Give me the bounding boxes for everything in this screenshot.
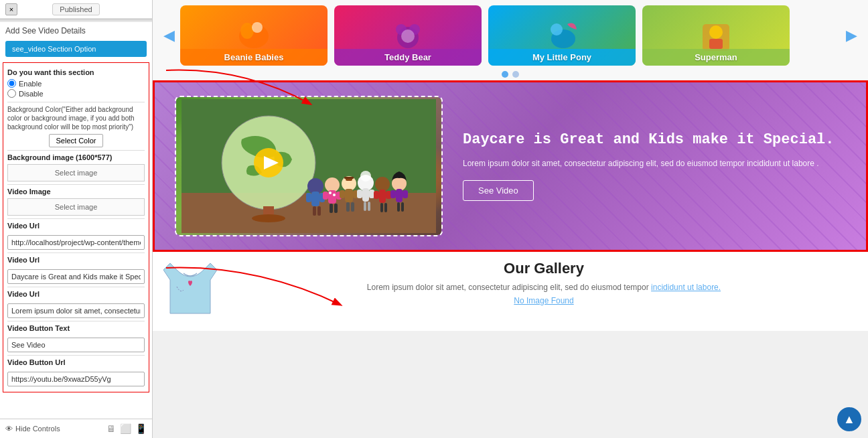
onesie-image bbox=[163, 260, 217, 323]
video-thumbnail bbox=[176, 97, 441, 235]
svg-point-29 bbox=[333, 194, 336, 196]
gallery-title: Our Gallery bbox=[230, 260, 857, 277]
footer-icons: 🖥 ⬜ 📱 bbox=[106, 423, 147, 434]
svg-rect-51 bbox=[374, 191, 379, 199]
svg-rect-50 bbox=[379, 190, 386, 203]
carousel-card-pony: My Little Pony bbox=[488, 5, 636, 66]
hide-controls-toggle[interactable]: 👁 Hide Controls bbox=[5, 425, 60, 433]
video-url-label: Video Url bbox=[7, 222, 145, 230]
main-wrapper: ◀ Beanie Babies bbox=[153, 0, 868, 438]
svg-rect-59 bbox=[397, 202, 400, 212]
video-image-select[interactable]: Select image bbox=[7, 198, 145, 216]
svg-rect-33 bbox=[334, 204, 338, 213]
svg-rect-22 bbox=[306, 193, 311, 202]
video-text: Daycare is Great and Kids make it Specia… bbox=[463, 131, 846, 200]
no-image-label: No Image Found bbox=[230, 296, 857, 305]
desktop-icon[interactable]: 🖥 bbox=[106, 423, 116, 434]
superman-label: Superman bbox=[642, 49, 790, 66]
svg-rect-57 bbox=[390, 190, 396, 198]
close-icon: × bbox=[9, 5, 13, 13]
svg-rect-36 bbox=[344, 177, 354, 179]
enable-disable-group: Enable Disable bbox=[7, 79, 145, 98]
svg-rect-44 bbox=[362, 188, 369, 202]
video-btn-text-label: Video Button Text bbox=[7, 324, 145, 332]
svg-rect-11 bbox=[709, 39, 723, 49]
carousel-card-beanie: Beanie Babies bbox=[180, 5, 328, 66]
scroll-top-button[interactable]: ▲ bbox=[837, 407, 861, 431]
carousel-section: ◀ Beanie Babies bbox=[153, 0, 868, 68]
eye-icon: 👁 bbox=[5, 425, 13, 433]
gallery-desc-link[interactable]: incididunt ut labore. bbox=[651, 283, 721, 292]
close-button[interactable]: × bbox=[5, 3, 17, 15]
svg-point-2 bbox=[252, 22, 263, 33]
bg-image-select[interactable]: Select image bbox=[7, 164, 145, 181]
tablet-icon[interactable]: ⬜ bbox=[120, 423, 131, 434]
svg-rect-45 bbox=[357, 190, 362, 198]
mobile-icon[interactable]: 📱 bbox=[135, 423, 147, 434]
select-color-button[interactable]: Select Color bbox=[49, 134, 104, 147]
video-edit-wrapper: ✏ bbox=[175, 96, 443, 236]
video-url-input[interactable] bbox=[7, 235, 145, 250]
svg-point-1 bbox=[240, 23, 254, 39]
video-url3-label: Video Url bbox=[7, 290, 145, 298]
carousel-prev-button[interactable]: ◀ bbox=[163, 27, 175, 44]
svg-rect-41 bbox=[351, 202, 354, 212]
dot-2[interactable] bbox=[512, 71, 519, 78]
svg-point-10 bbox=[709, 25, 723, 39]
svg-rect-56 bbox=[396, 189, 403, 202]
bg-color-label: Background Color("Either add background … bbox=[7, 105, 145, 131]
gallery-section: Our Gallery Lorem ipsum dolor sit amet, … bbox=[153, 252, 868, 331]
pony-label: My Little Pony bbox=[488, 49, 636, 66]
svg-rect-30 bbox=[323, 192, 328, 200]
bg-image-label: Background image (1600*577) bbox=[7, 153, 145, 161]
add-see-video-label: Add See Video Details bbox=[0, 22, 152, 38]
svg-point-8 bbox=[551, 23, 563, 35]
panel-scroll-area: Do you want this section Enable Disable … bbox=[0, 60, 152, 419]
svg-point-28 bbox=[329, 192, 332, 194]
video-url2-input[interactable] bbox=[7, 269, 145, 284]
video-btn-url-input[interactable] bbox=[7, 372, 145, 386]
svg-rect-46 bbox=[369, 190, 374, 198]
see-video-button[interactable]: See Video bbox=[463, 180, 534, 201]
video-description: Lorem ipsum dolor sit amet, consectetur … bbox=[463, 157, 846, 169]
left-panel: × Published Add See Video Details see_vi… bbox=[0, 0, 153, 438]
video-btn-text-input[interactable] bbox=[7, 338, 145, 352]
video-thumbnail-wrapper bbox=[175, 96, 443, 236]
panel-footer: 👁 Hide Controls 🖥 ⬜ 📱 bbox=[0, 419, 152, 438]
svg-rect-37 bbox=[345, 189, 353, 202]
video-banner-container: ✏ bbox=[153, 80, 868, 252]
carousel-dots bbox=[153, 68, 868, 80]
hide-controls-label: Hide Controls bbox=[15, 425, 60, 433]
section-toggle-label: Do you want this section bbox=[7, 68, 145, 76]
svg-point-49 bbox=[375, 177, 390, 192]
svg-rect-25 bbox=[317, 206, 321, 216]
svg-point-17 bbox=[252, 214, 285, 222]
beanie-label: Beanie Babies bbox=[180, 49, 328, 66]
gallery-text: Our Gallery Lorem ipsum dolor sit amet, … bbox=[230, 260, 857, 305]
main-content: ◀ Beanie Babies bbox=[153, 0, 868, 331]
dot-1[interactable] bbox=[502, 71, 508, 78]
svg-point-6 bbox=[401, 29, 415, 43]
disable-label: Disable bbox=[19, 90, 44, 98]
carousel-card-superman: Superman bbox=[642, 5, 790, 66]
svg-rect-53 bbox=[380, 203, 383, 212]
svg-rect-48 bbox=[368, 202, 370, 211]
gallery-description: Lorem ipsum dolor sit amet, consectetur … bbox=[230, 281, 857, 293]
video-url3-input[interactable] bbox=[7, 303, 145, 318]
disable-radio[interactable]: Disable bbox=[7, 89, 145, 98]
video-image-label: Video Image bbox=[7, 188, 145, 196]
onesie-svg bbox=[163, 260, 217, 320]
carousel-next-button[interactable]: ▶ bbox=[846, 27, 857, 44]
panel-do-you-want-section: Do you want this section Enable Disable … bbox=[3, 62, 149, 392]
svg-rect-47 bbox=[364, 202, 366, 211]
svg-rect-40 bbox=[346, 202, 350, 212]
carousel-cards: Beanie Babies Teddy Bear bbox=[180, 5, 841, 66]
svg-rect-52 bbox=[386, 191, 391, 199]
svg-rect-60 bbox=[401, 202, 404, 212]
teddy-label: Teddy Bear bbox=[334, 49, 482, 66]
enable-radio[interactable]: Enable bbox=[7, 79, 145, 88]
video-illustration bbox=[182, 99, 436, 233]
svg-rect-21 bbox=[311, 192, 319, 206]
svg-rect-24 bbox=[313, 206, 316, 216]
section-option-button[interactable]: see_video Section Option bbox=[5, 41, 147, 57]
